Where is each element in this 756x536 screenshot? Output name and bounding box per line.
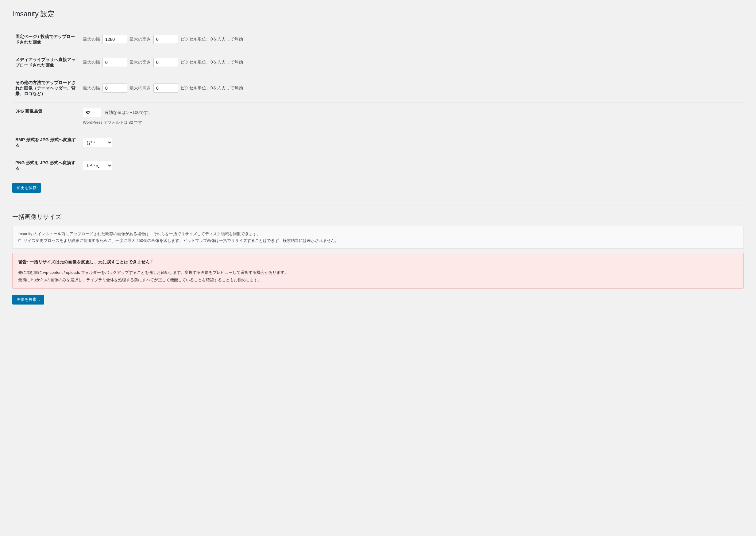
bmp-convert-select[interactable]: はい いいえ (83, 138, 112, 147)
max-height-label-2: 最大の高さ (130, 59, 151, 65)
row-label-other: その他の方法でアップロードされた画像（テーマヘッダー、背景、ロゴなど） (12, 74, 80, 103)
png-convert-fields: はい いいえ (80, 154, 744, 177)
info-line1: Imsanity のインストール前にアップロードされた既存の画像がある場合は、そ… (17, 231, 739, 237)
table-row-bmp: BMP 形式を JPG 形式へ変換する はい いいえ (12, 131, 744, 154)
hint-2: ピクセル単位、0を入力して無効 (180, 59, 243, 65)
png-convert-label: PNG 形式を JPG 形式へ変換する (12, 154, 80, 177)
page-title: Imsanity 設定 (12, 9, 744, 19)
table-row: その他の方法でアップロードされた画像（テーマヘッダー、背景、ロゴなど） 最大の幅… (12, 74, 744, 103)
table-row: 固定ページ / 投稿でアップロードされた画像 最大の幅 最大の高さ ピクセル単位… (12, 28, 744, 51)
bmp-convert-label: BMP 形式を JPG 形式へ変換する (12, 131, 80, 154)
max-height-label-1: 最大の高さ (130, 37, 151, 42)
png-convert-select[interactable]: はい いいえ (83, 161, 112, 170)
bulk-resize-title: 一括画像リサイズ (12, 213, 744, 221)
settings-table: 固定ページ / 投稿でアップロードされた画像 最大の幅 最大の高さ ピクセル単位… (12, 28, 744, 177)
max-width-input-2[interactable] (103, 58, 127, 67)
row-label-fixed-page: 固定ページ / 投稿でアップロードされた画像 (12, 28, 80, 51)
warning-title: 警告: 一括リサイズは元の画像を変更し、元に戻すことはできません！ (18, 258, 738, 266)
warning-line2: 最初に1つか2つの画像のみを選択し、ライブラリ全体を処理する前にすべてが正しく機… (18, 276, 738, 284)
row-fields-other: 最大の幅 最大の高さ ピクセル単位、0を入力して無効 (80, 74, 744, 103)
row-fields-fixed-page: 最大の幅 最大の高さ ピクセル単位、0を入力して無効 (80, 28, 744, 51)
warning-box: 警告: 一括リサイズは元の画像を変更し、元に戻すことはできません！ 先に進む前に… (12, 253, 744, 288)
jpg-quality-hint1: 有効な値は1〜100です。 (104, 110, 152, 116)
section-divider (12, 205, 744, 205)
max-width-label-3: 最大の幅 (83, 85, 100, 91)
max-height-input-3[interactable] (153, 84, 178, 93)
jpg-quality-fields: 有効な値は1〜100です。 WordPress デフォルトは 82 です (80, 103, 744, 131)
jpg-quality-input[interactable] (83, 108, 101, 117)
jpg-quality-hint2: WordPress デフォルトは 82 です (83, 120, 142, 125)
max-width-input-3[interactable] (103, 84, 127, 93)
table-row-png: PNG 形式を JPG 形式へ変換する はい いいえ (12, 154, 744, 177)
info-box: Imsanity のインストール前にアップロードされた既存の画像がある場合は、そ… (12, 226, 744, 249)
max-height-label-3: 最大の高さ (130, 85, 151, 91)
table-row: メディアライブラリへ直接アップロードされた画像 最大の幅 最大の高さ ピクセル単… (12, 51, 744, 74)
max-width-label-1: 最大の幅 (83, 37, 100, 42)
info-line2: 注: サイズ変更プロセスをより詳細に制御するために、一度に最大 250個の画像を… (17, 237, 739, 244)
max-width-label-2: 最大の幅 (83, 59, 100, 65)
table-row-jpg-quality: JPG 画像品質 有効な値は1〜100です。 WordPress デフォルトは … (12, 103, 744, 131)
hint-3: ピクセル単位、0を入力して無効 (180, 85, 243, 91)
max-width-input-1[interactable] (103, 35, 127, 44)
bmp-convert-fields: はい いいえ (80, 131, 744, 154)
warning-line1: 先に進む前に wp-content / uploads フォルダーをバックアップ… (18, 269, 738, 276)
jpg-quality-label: JPG 画像品質 (12, 103, 80, 131)
row-fields-media-library: 最大の幅 最大の高さ ピクセル単位、0を入力して無効 (80, 51, 744, 74)
hint-1: ピクセル単位、0を入力して無効 (180, 37, 243, 42)
search-images-button[interactable]: 画像を検索... (12, 295, 44, 305)
save-button[interactable]: 変更を保存 (12, 183, 41, 193)
max-height-input-2[interactable] (153, 58, 178, 67)
max-height-input-1[interactable] (153, 35, 178, 44)
row-label-media-library: メディアライブラリへ直接アップロードされた画像 (12, 51, 80, 74)
